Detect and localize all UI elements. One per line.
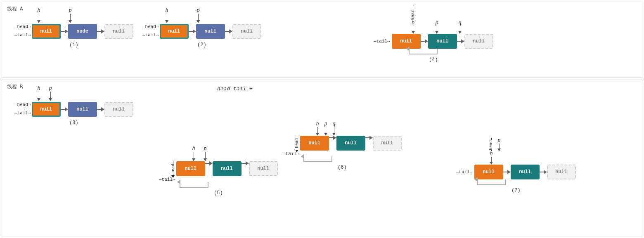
head-tail-1: —head→ —tail→ bbox=[14, 23, 31, 40]
node-5-1: null bbox=[213, 161, 242, 176]
diagram-7: head h p —tail→ null null null bbox=[456, 138, 576, 193]
label-p-3: p bbox=[49, 86, 52, 101]
head-tail-2: —head→ —tail→ bbox=[142, 23, 159, 40]
label-h-2: h bbox=[165, 8, 168, 23]
label-h-5: h bbox=[192, 146, 195, 161]
label-p-7: p bbox=[497, 138, 501, 165]
diagram-2: h p —head→ —tail→ null null null (2) bbox=[142, 8, 261, 48]
diagram-6: h p q head bbox=[283, 121, 402, 170]
section-b: 线程 B h p —head→ —tail→ null null nul bbox=[2, 80, 642, 236]
node-7-1: null bbox=[511, 165, 540, 179]
node-6-2: null bbox=[373, 136, 402, 151]
node-1-1: node bbox=[68, 24, 97, 39]
section-a: 线程 A h p —head→ —tail→ null node bbox=[2, 2, 642, 78]
tail-label-7: —tail→ bbox=[456, 170, 473, 174]
caption-5: (5) bbox=[159, 190, 278, 196]
label-p-6: p bbox=[324, 121, 327, 136]
caption-2: (2) bbox=[142, 42, 261, 48]
node-6-0: null bbox=[300, 136, 329, 151]
diagram-3: h p —head→ —tail→ null null null (3) bbox=[14, 86, 133, 126]
label-p-5: p bbox=[204, 146, 207, 161]
diagram-1: h p —head→ —tail→ null node null (1) bbox=[14, 8, 133, 48]
tail-label-4: —tail→ bbox=[374, 39, 390, 44]
node-1-2: null bbox=[104, 24, 133, 39]
label-p-2: p bbox=[197, 8, 200, 23]
diagram-5: h p head —tail→ null bbox=[159, 146, 278, 196]
diagram-4: head h p q —tail→ null bbox=[374, 5, 493, 63]
label-q-6: q bbox=[332, 121, 336, 136]
head-tail-plus-label: head tail + bbox=[217, 86, 253, 92]
label-q-4: q bbox=[458, 20, 462, 34]
head-tail-3: —head→ —tail→ bbox=[14, 101, 31, 118]
node-1-0: null bbox=[32, 24, 61, 39]
node-5-0: null bbox=[176, 161, 205, 176]
node-3-0: null bbox=[32, 102, 61, 117]
label-p-1: p bbox=[69, 8, 72, 23]
label-h-1: h bbox=[37, 8, 40, 23]
node-6-1: null bbox=[336, 136, 365, 151]
node-7-2: null bbox=[547, 165, 576, 179]
node-2-2: null bbox=[232, 24, 261, 39]
node-3-2: null bbox=[104, 102, 133, 117]
label-h-3: h bbox=[37, 86, 40, 101]
node-5-2: null bbox=[249, 161, 278, 176]
label-h-4: head h bbox=[411, 5, 415, 34]
caption-1: (1) bbox=[14, 42, 133, 48]
node-2-0: null bbox=[160, 24, 189, 39]
node-4-1: null bbox=[428, 34, 457, 49]
label-h-6: h bbox=[316, 121, 319, 136]
node-3-1: null bbox=[68, 102, 97, 117]
caption-6: (6) bbox=[283, 165, 402, 170]
caption-7: (7) bbox=[456, 188, 576, 193]
label-head-h-7: head h bbox=[489, 138, 493, 165]
caption-3: (3) bbox=[14, 120, 133, 126]
caption-4: (4) bbox=[374, 57, 493, 63]
node-4-2: null bbox=[464, 34, 493, 49]
node-7-0: null bbox=[474, 165, 503, 179]
label-p-4: p bbox=[435, 20, 438, 34]
node-2-1: null bbox=[196, 24, 225, 39]
